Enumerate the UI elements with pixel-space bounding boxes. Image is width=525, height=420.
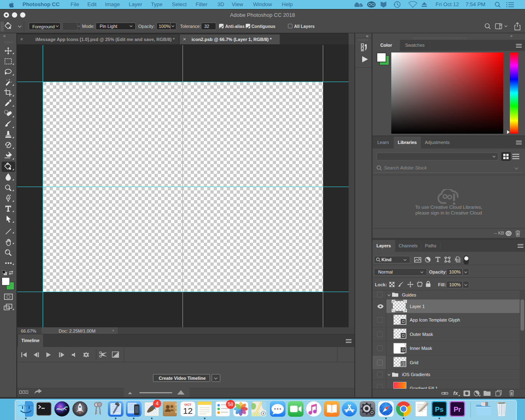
svg-text:12: 12 [183, 406, 192, 415]
svg-text:Ps: Ps [435, 406, 444, 413]
svg-text:Pr: Pr [454, 406, 461, 413]
